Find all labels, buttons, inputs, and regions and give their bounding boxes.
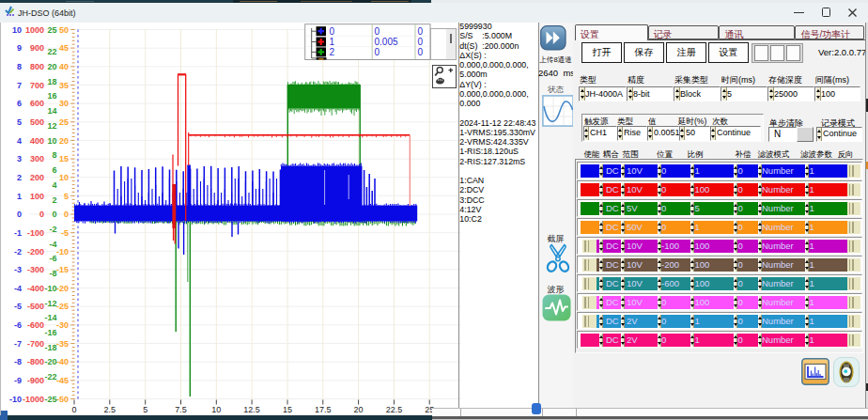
- svg-text:17.5: 17.5: [315, 405, 332, 414]
- svg-text:-300: -300: [27, 265, 44, 274]
- svg-text:-900: -900: [27, 376, 44, 385]
- svg-text:-100: -100: [27, 228, 44, 238]
- svg-text:-20: -20: [44, 357, 56, 366]
- svg-text:200: 200: [30, 173, 44, 182]
- svg-text:14: 14: [47, 106, 56, 116]
- svg-text:20: 20: [47, 62, 56, 71]
- svg-text:0: 0: [375, 47, 380, 57]
- svg-text:6: 6: [17, 99, 22, 108]
- svg-text:-50: -50: [56, 395, 69, 404]
- svg-text:35: 35: [59, 81, 69, 90]
- svg-text:-800: -800: [27, 357, 44, 366]
- svg-text:22: 22: [47, 47, 56, 56]
- svg-text:-25: -25: [44, 395, 56, 404]
- svg-text:-45: -45: [56, 376, 69, 385]
- svg-text:-1000: -1000: [23, 395, 44, 404]
- svg-text:45: 45: [59, 43, 69, 53]
- svg-text:10: 10: [12, 25, 22, 35]
- svg-text:10: 10: [59, 173, 69, 182]
- svg-text:0.005: 0.005: [375, 37, 398, 47]
- svg-text:-500: -500: [27, 302, 44, 311]
- svg-text:5: 5: [17, 117, 22, 127]
- svg-text:-5: -5: [61, 228, 69, 238]
- svg-text:-16: -16: [44, 328, 56, 337]
- svg-text:-7: -7: [14, 339, 22, 349]
- svg-text:12: 12: [47, 121, 56, 131]
- svg-text:-8: -8: [49, 269, 56, 278]
- svg-text:-2: -2: [14, 247, 22, 257]
- svg-text:-600: -600: [27, 320, 44, 330]
- svg-text:-25: -25: [56, 302, 69, 311]
- svg-text:-22: -22: [44, 372, 56, 381]
- svg-text:20: 20: [354, 405, 364, 414]
- svg-text:-40: -40: [56, 357, 69, 366]
- svg-text:1000: 1000: [25, 25, 44, 35]
- svg-text:-10: -10: [44, 284, 56, 293]
- svg-text:-35: -35: [56, 339, 69, 349]
- svg-text:7: 7: [17, 81, 22, 90]
- svg-text:10: 10: [47, 136, 56, 146]
- svg-text:2: 2: [17, 173, 22, 182]
- svg-text:-1: -1: [14, 228, 22, 238]
- svg-text:500: 500: [30, 117, 44, 127]
- svg-text:-9: -9: [14, 376, 22, 385]
- svg-text:4: 4: [52, 180, 56, 190]
- svg-text:-8: -8: [14, 357, 22, 366]
- svg-text:4: 4: [17, 136, 22, 146]
- svg-text:16: 16: [47, 91, 56, 101]
- svg-text:0: 0: [39, 210, 44, 219]
- svg-text:2: 2: [52, 195, 56, 205]
- svg-text:20: 20: [59, 136, 69, 146]
- svg-text:6: 6: [52, 165, 56, 175]
- svg-text:10: 10: [211, 405, 221, 414]
- svg-text:-4: -4: [49, 240, 56, 249]
- svg-text:18: 18: [47, 77, 56, 86]
- svg-text:-700: -700: [27, 339, 44, 349]
- svg-text:12.5: 12.5: [243, 405, 260, 414]
- svg-text:-6: -6: [49, 254, 56, 263]
- svg-text:0: 0: [418, 47, 424, 57]
- svg-text:2.5: 2.5: [104, 405, 116, 414]
- svg-text:5: 5: [143, 405, 147, 414]
- svg-text:-3: -3: [14, 265, 22, 274]
- svg-text:0: 0: [418, 37, 424, 47]
- svg-text:30: 30: [59, 99, 69, 108]
- svg-text:0: 0: [64, 210, 69, 219]
- svg-text:40: 40: [59, 62, 69, 71]
- svg-text:0: 0: [418, 26, 424, 37]
- svg-text:-30: -30: [56, 320, 69, 330]
- svg-text:1: 1: [330, 37, 335, 47]
- svg-text:-2: -2: [49, 225, 56, 234]
- svg-text:0: 0: [17, 210, 22, 219]
- svg-text:15: 15: [59, 154, 69, 163]
- svg-text:-400: -400: [27, 284, 44, 293]
- svg-text:3: 3: [17, 154, 22, 163]
- svg-text:900: 900: [30, 43, 44, 53]
- svg-text:-6: -6: [14, 320, 22, 330]
- svg-text:-18: -18: [44, 343, 56, 352]
- svg-text:0: 0: [375, 26, 380, 37]
- svg-text:700: 700: [30, 81, 44, 90]
- svg-text:15: 15: [283, 405, 292, 414]
- svg-text:25: 25: [59, 117, 69, 127]
- svg-text:-12: -12: [44, 299, 56, 308]
- svg-text:0: 0: [71, 405, 76, 414]
- svg-text:0: 0: [52, 210, 56, 219]
- svg-text:-200: -200: [27, 247, 44, 257]
- svg-text:-5: -5: [14, 302, 22, 311]
- svg-text:0: 0: [330, 26, 335, 37]
- svg-text:400: 400: [30, 136, 44, 146]
- svg-text:300: 300: [30, 154, 44, 163]
- svg-text:1: 1: [17, 192, 22, 201]
- svg-text:800: 800: [30, 62, 44, 71]
- svg-text:8: 8: [52, 150, 56, 160]
- svg-text:-4: -4: [14, 284, 22, 293]
- svg-text:25: 25: [47, 25, 56, 35]
- svg-text:9: 9: [17, 43, 22, 53]
- svg-text:50: 50: [59, 25, 69, 35]
- svg-text:100: 100: [30, 192, 44, 201]
- svg-text:22.5: 22.5: [386, 405, 403, 414]
- svg-text:600: 600: [30, 99, 44, 108]
- svg-text:-15: -15: [56, 265, 69, 274]
- svg-text:2: 2: [330, 47, 335, 57]
